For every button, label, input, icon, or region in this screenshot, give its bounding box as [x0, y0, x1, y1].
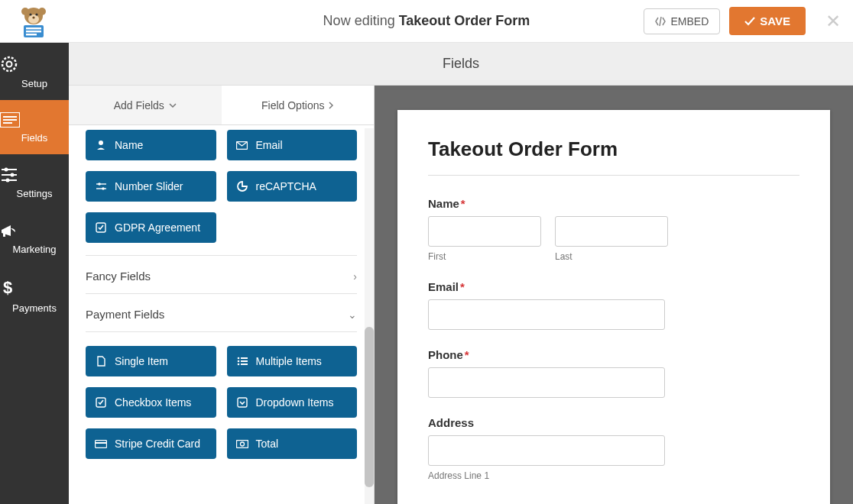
sidebar-item-marketing[interactable]: Marketing — [0, 210, 69, 266]
svg-rect-43 — [236, 440, 248, 447]
form-title: Takeout Order Form — [428, 137, 799, 161]
svg-text:$: $ — [3, 278, 12, 297]
nav-label: Payments — [12, 302, 57, 314]
first-name-input[interactable] — [428, 216, 541, 247]
tab-label: Field Options — [261, 99, 324, 111]
last-name-input[interactable] — [555, 216, 668, 247]
svg-point-28 — [98, 183, 101, 186]
svg-rect-8 — [26, 27, 41, 29]
field-phone[interactable]: Phone* — [428, 348, 799, 398]
nav-label: Settings — [17, 188, 53, 199]
required-asterisk: * — [465, 348, 469, 361]
field-name[interactable]: Name* First Last — [428, 197, 799, 262]
field-total-button[interactable]: Total — [227, 428, 358, 459]
field-label: Email — [256, 139, 283, 151]
svg-rect-14 — [3, 116, 17, 118]
svg-rect-9 — [26, 31, 41, 32]
svg-point-35 — [237, 360, 239, 363]
code-icon — [655, 17, 666, 26]
svg-point-6 — [32, 16, 34, 18]
field-stripe-button[interactable]: Stripe Credit Card — [86, 428, 216, 459]
top-header: Now editing Takeout Order Form EMBED SAV… — [0, 0, 853, 43]
address-label: Address — [428, 416, 799, 429]
first-sublabel: First — [428, 251, 541, 262]
google-icon — [236, 180, 248, 192]
svg-point-18 — [5, 168, 8, 172]
svg-point-11 — [2, 57, 16, 71]
section-payment-fields[interactable]: Payment Fields ⌄ — [86, 294, 357, 332]
svg-point-44 — [240, 442, 244, 446]
field-checkbox-items-button[interactable]: Checkbox Items — [86, 387, 216, 418]
sidebar-item-fields[interactable]: Fields — [0, 100, 69, 154]
field-email-button[interactable]: Email — [227, 130, 358, 160]
svg-point-1 — [21, 8, 29, 15]
field-address[interactable]: Address Address Line 1 — [428, 416, 799, 481]
sidebar: Setup Fields Settings Marketing $ Paymen… — [0, 43, 69, 504]
section-fancy-fields[interactable]: Fancy Fields › — [86, 256, 357, 294]
top-actions: EMBED SAVE ✕ — [644, 7, 841, 35]
svg-point-20 — [11, 173, 15, 177]
required-asterisk: * — [460, 280, 465, 293]
sidebar-item-payments[interactable]: $ Payments — [0, 266, 69, 325]
scrollbar-thumb[interactable] — [365, 327, 374, 487]
svg-point-25 — [99, 141, 103, 145]
panel-tabs: Add Fields Field Options — [69, 86, 374, 125]
scrollbar[interactable] — [365, 128, 374, 504]
caret-square-icon — [236, 396, 248, 409]
check-icon — [744, 17, 755, 26]
svg-rect-38 — [241, 363, 248, 365]
close-icon[interactable]: ✕ — [825, 11, 841, 32]
money-icon — [236, 438, 248, 450]
tab-add-fields[interactable]: Add Fields — [69, 86, 222, 124]
embed-label: EMBED — [670, 15, 709, 27]
embed-button[interactable]: EMBED — [644, 8, 720, 34]
form-canvas[interactable]: Takeout Order Form Name* First Last — [397, 110, 830, 504]
last-sublabel: Last — [555, 251, 668, 262]
field-name-button[interactable]: Name — [86, 130, 216, 160]
svg-point-22 — [6, 179, 10, 183]
logo — [12, 5, 55, 38]
dollar-icon: $ — [0, 278, 69, 298]
chevron-right-icon: › — [353, 270, 357, 283]
email-input[interactable] — [428, 299, 665, 330]
check-square-icon — [95, 221, 107, 234]
tab-field-options[interactable]: Field Options — [222, 86, 375, 124]
address-line1-input[interactable] — [428, 435, 665, 466]
tab-label: Add Fields — [114, 99, 164, 111]
name-label: Name* — [428, 197, 799, 210]
svg-point-30 — [102, 187, 105, 190]
field-multiple-items-button[interactable]: Multiple Items — [227, 346, 358, 376]
field-dropdown-items-button[interactable]: Dropdown Items — [227, 387, 358, 418]
field-recaptcha-button[interactable]: reCAPTCHA — [227, 171, 358, 202]
content-area: Fields Add Fields Field Options — [69, 43, 853, 504]
credit-card-icon — [95, 438, 107, 450]
phone-label: Phone* — [428, 348, 799, 361]
field-label: Multiple Items — [256, 355, 322, 367]
field-gdpr-button[interactable]: GDPR Agreement — [86, 212, 216, 243]
panel-body: Add Fields Field Options — [69, 86, 853, 504]
field-single-item-button[interactable]: Single Item — [86, 346, 216, 376]
svg-point-2 — [38, 8, 46, 15]
save-button[interactable]: SAVE — [729, 7, 806, 35]
panel-scroll[interactable]: Name Email Number Slider reCAPTCHA — [69, 125, 374, 504]
svg-rect-34 — [241, 357, 248, 359]
svg-rect-23 — [3, 233, 5, 237]
svg-point-37 — [237, 363, 239, 366]
field-label: Name — [115, 139, 143, 151]
title-prefix: Now editing — [323, 13, 399, 28]
field-email[interactable]: Email* — [428, 280, 799, 330]
sidebar-item-setup[interactable]: Setup — [0, 43, 69, 100]
preview-area: Takeout Order Form Name* First Last — [375, 86, 853, 504]
page-title: Now editing Takeout Order Form — [323, 13, 530, 29]
sliders-icon — [95, 180, 107, 192]
sidebar-item-settings[interactable]: Settings — [0, 154, 69, 210]
sliders-icon — [0, 166, 69, 183]
field-number-slider-button[interactable]: Number Slider — [86, 171, 216, 202]
svg-rect-10 — [26, 34, 37, 35]
field-label: Total — [256, 438, 279, 450]
gear-icon — [0, 55, 69, 73]
phone-input[interactable] — [428, 367, 665, 398]
field-panel: Add Fields Field Options — [69, 86, 375, 504]
chevron-down-icon: ⌄ — [348, 309, 357, 321]
svg-point-33 — [237, 357, 239, 360]
